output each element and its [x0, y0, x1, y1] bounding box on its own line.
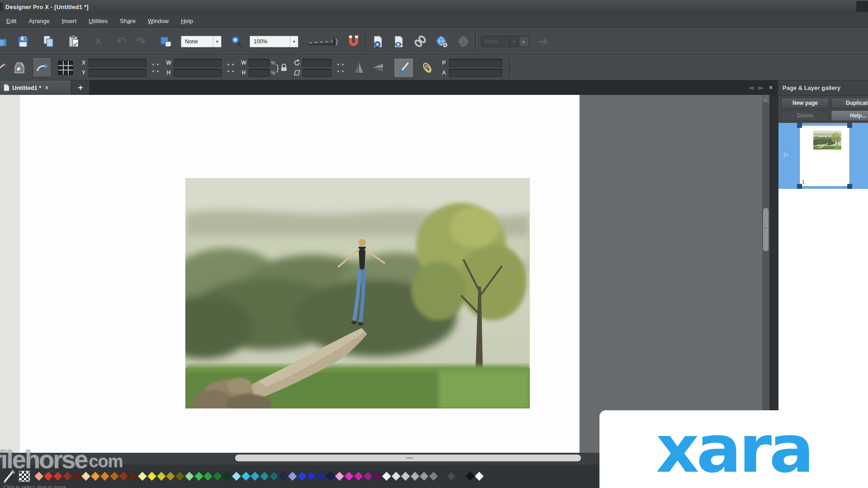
tab-scroll-left-icon[interactable]: ◅	[749, 84, 753, 91]
color-swatch[interactable]	[204, 472, 213, 481]
x-input[interactable]	[89, 59, 146, 67]
fill-tool-icon[interactable]	[13, 61, 26, 75]
nudge-left-icon[interactable]: ◂	[152, 69, 154, 73]
paste-icon[interactable]	[67, 35, 80, 48]
lock-aspect-icon[interactable]	[280, 63, 288, 72]
nudge-right-icon[interactable]: ▸	[232, 69, 235, 73]
color-swatch[interactable]	[157, 472, 166, 481]
color-swatch[interactable]	[241, 472, 250, 481]
color-swatch[interactable]	[175, 472, 184, 481]
color-swatch[interactable]	[147, 472, 156, 481]
color-swatch[interactable]	[138, 472, 147, 481]
color-swatch[interactable]	[316, 472, 326, 481]
link-icon[interactable]	[413, 35, 427, 48]
no-color-swatch[interactable]	[19, 471, 30, 482]
menu-help[interactable]: Help	[181, 18, 193, 24]
open-file-icon[interactable]	[0, 36, 8, 47]
new-tab-button[interactable]: +	[71, 80, 90, 95]
color-swatch[interactable]	[213, 472, 222, 481]
nudge-right-icon[interactable]: ▸	[342, 62, 344, 66]
undo-icon[interactable]: ↶	[116, 36, 126, 47]
help-button[interactable]: Help...	[831, 110, 868, 121]
selection-handle[interactable]	[847, 123, 852, 128]
color-swatch[interactable]	[100, 472, 109, 481]
color-swatch[interactable]	[250, 472, 259, 481]
grid-snap-icon[interactable]	[58, 61, 73, 75]
new-page-button[interactable]: New page	[781, 98, 829, 108]
color-swatch[interactable]	[354, 472, 363, 481]
nudge-left-icon[interactable]: ◂	[152, 62, 154, 66]
flip-horizontal-icon[interactable]	[352, 61, 366, 75]
a-input[interactable]	[449, 69, 502, 77]
color-swatch[interactable]	[44, 472, 53, 481]
color-swatch[interactable]	[326, 472, 335, 481]
redo-icon[interactable]: ↷	[136, 36, 146, 47]
expand-triangle-icon[interactable]: ▷	[784, 151, 788, 158]
zoom-level-combo[interactable]: 100% ▼	[250, 36, 298, 47]
paperclip-icon[interactable]	[421, 61, 434, 75]
duplicate-button[interactable]: Duplicate	[831, 98, 868, 108]
snap-magnet-icon[interactable]	[346, 34, 361, 49]
p-input[interactable]	[449, 59, 502, 67]
selection-handle[interactable]	[797, 123, 802, 128]
y-input[interactable]	[89, 69, 146, 77]
menu-insert[interactable]: Insert	[62, 18, 77, 24]
color-swatch[interactable]	[429, 472, 438, 481]
delete-icon[interactable]: ✕	[94, 37, 102, 47]
color-swatch[interactable]	[185, 472, 194, 481]
feather-slider-icon[interactable]	[308, 37, 338, 47]
flip-vertical-icon[interactable]	[371, 61, 385, 75]
nudge-right-icon[interactable]: ▸	[157, 62, 160, 66]
selection-handle[interactable]	[797, 184, 802, 189]
color-swatch[interactable]	[382, 472, 391, 481]
paste-format-icon[interactable]	[159, 35, 173, 48]
page-row-selected[interactable]: ▷ 1.	[778, 123, 868, 189]
redo-transform-button[interactable]	[33, 58, 52, 77]
color-swatch[interactable]	[232, 472, 241, 481]
color-swatch[interactable]	[166, 472, 175, 481]
color-swatch[interactable]	[335, 472, 344, 481]
horizontal-scroll-thumb[interactable]	[235, 455, 581, 461]
page-thumbnail[interactable]: 1.	[799, 125, 850, 187]
color-swatch[interactable]	[288, 472, 297, 481]
menu-edit[interactable]: Edit	[6, 18, 16, 24]
nudge-left-icon[interactable]: ◂	[227, 69, 229, 73]
menu-share[interactable]: Share	[120, 18, 136, 24]
save-icon[interactable]	[16, 35, 30, 48]
selection-handle[interactable]	[847, 184, 852, 189]
color-swatch[interactable]	[456, 472, 465, 481]
color-swatch[interactable]	[297, 472, 307, 481]
copy-icon[interactable]	[42, 35, 55, 48]
window-controls-stub[interactable]	[856, 1, 868, 12]
menu-window[interactable]: Window	[148, 18, 169, 24]
color-swatch[interactable]	[475, 472, 484, 481]
vertical-scroll-thumb[interactable]	[763, 208, 769, 251]
scroll-up-icon[interactable]: ▲	[763, 96, 769, 103]
menu-utilities[interactable]: Utilities	[89, 18, 108, 24]
nudge-right-icon[interactable]: ▸	[232, 62, 235, 66]
color-swatch[interactable]	[410, 472, 420, 481]
color-swatch[interactable]	[279, 472, 288, 481]
scale-w-input[interactable]	[249, 59, 269, 67]
tab-close-icon[interactable]: ×	[45, 84, 48, 91]
color-swatch[interactable]	[91, 472, 100, 481]
color-swatch[interactable]	[307, 472, 316, 481]
skew-input[interactable]	[302, 69, 331, 77]
quality-combo[interactable]: None ▼	[181, 36, 222, 47]
vertical-scrollbar[interactable]: ▲	[762, 96, 769, 453]
selector-tool-button[interactable]	[394, 58, 414, 78]
color-swatch[interactable]	[401, 472, 410, 481]
nudge-right-icon[interactable]: ▸	[157, 69, 160, 73]
color-swatch[interactable]	[363, 472, 373, 481]
tab-scroll-right-icon[interactable]: ▻	[759, 84, 763, 91]
zoom-tool-icon[interactable]	[230, 35, 243, 48]
color-swatch[interactable]	[222, 472, 231, 481]
menu-arrange[interactable]: Arrange	[28, 18, 49, 24]
color-swatch[interactable]	[110, 472, 119, 481]
tab-untitled1[interactable]: Untitled1 * ×	[0, 80, 71, 95]
color-editor-pen-icon[interactable]	[3, 469, 16, 483]
nudge-left-icon[interactable]: ◂	[337, 62, 339, 66]
color-swatch[interactable]	[63, 472, 72, 481]
close-document-icon[interactable]: ✕	[769, 84, 773, 91]
export-document-icon[interactable]	[371, 35, 385, 48]
